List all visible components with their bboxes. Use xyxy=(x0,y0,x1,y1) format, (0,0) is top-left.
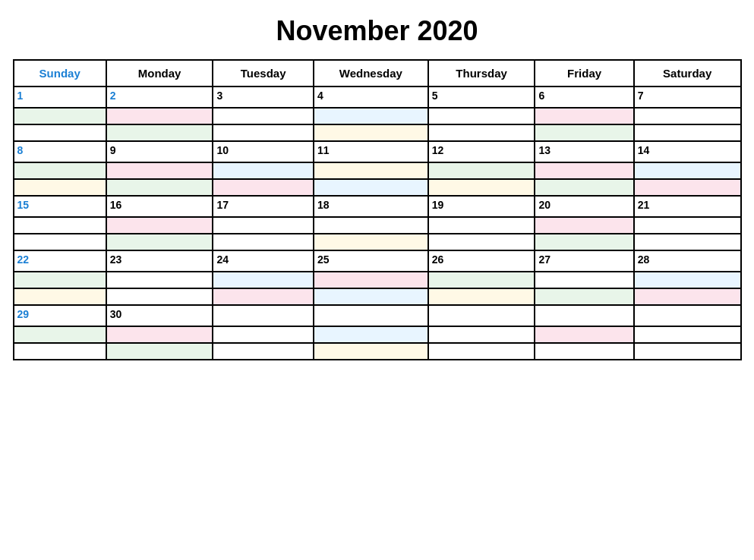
week1-tue-event2 xyxy=(213,124,313,141)
week1-fri-event2 xyxy=(535,124,633,141)
week3-mon-event1 xyxy=(106,217,213,234)
date-nov-7: 7 xyxy=(634,87,741,108)
week3-tue-event1 xyxy=(213,217,313,234)
week1-event-row-1 xyxy=(14,108,741,124)
week2-fri-event1 xyxy=(535,162,633,179)
week5-thu-event1 xyxy=(428,326,535,343)
date-nov-19: 19 xyxy=(428,196,535,217)
week2-sat-event2 xyxy=(634,179,741,196)
date-nov-15: 15 xyxy=(14,196,106,217)
date-nov-24: 24 xyxy=(213,250,313,272)
date-nov-29: 29 xyxy=(14,305,106,326)
week5-sun-event2 xyxy=(14,343,106,360)
calendar-title: November 2020 xyxy=(276,15,478,47)
week3-sat-event1 xyxy=(634,217,741,234)
week4-sat-event1 xyxy=(634,272,741,288)
header-wednesday: Wednesday xyxy=(314,60,428,87)
header-friday: Friday xyxy=(535,60,633,87)
week4-thu-event2 xyxy=(428,288,535,305)
date-nov-20: 20 xyxy=(535,196,633,217)
date-nov-empty3 xyxy=(428,305,535,326)
date-nov-26: 26 xyxy=(428,250,535,272)
week3-fri-event1 xyxy=(535,217,633,234)
date-nov-21: 21 xyxy=(634,196,741,217)
week1-thu-event2 xyxy=(428,124,535,141)
date-nov-16: 16 xyxy=(106,196,213,217)
week3-thu-event1 xyxy=(428,217,535,234)
date-nov-28: 28 xyxy=(634,250,741,272)
week5-sat-event2 xyxy=(634,343,741,360)
week1-thu-event1 xyxy=(428,108,535,124)
date-nov-11: 11 xyxy=(314,141,428,162)
date-nov-empty2 xyxy=(314,305,428,326)
date-nov-14: 14 xyxy=(634,141,741,162)
date-nov-30: 30 xyxy=(106,305,213,326)
date-nov-5: 5 xyxy=(428,87,535,108)
header-monday: Monday xyxy=(106,60,213,87)
week4-mon-event2 xyxy=(106,288,213,305)
week2-thu-event2 xyxy=(428,179,535,196)
week4-thu-event1 xyxy=(428,272,535,288)
week5-tue-event2 xyxy=(213,343,313,360)
date-nov-22: 22 xyxy=(14,250,106,272)
week3-tue-event2 xyxy=(213,234,313,250)
week3-sun-event1 xyxy=(14,217,106,234)
date-nov-25: 25 xyxy=(314,250,428,272)
week5-thu-event2 xyxy=(428,343,535,360)
header-tuesday: Tuesday xyxy=(213,60,313,87)
date-nov-empty4 xyxy=(535,305,633,326)
week1-mon-event1 xyxy=(106,108,213,124)
date-nov-13: 13 xyxy=(535,141,633,162)
week3-wed-event2 xyxy=(314,234,428,250)
week4-event-row-1 xyxy=(14,272,741,288)
week5-event-row-2 xyxy=(14,343,741,360)
week4-sun-event1 xyxy=(14,272,106,288)
week1-wed-event2 xyxy=(314,124,428,141)
week3-event-row-2 xyxy=(14,234,741,250)
week2-mon-event2 xyxy=(106,179,213,196)
week5-event-row-1 xyxy=(14,326,741,343)
week2-tue-event2 xyxy=(213,179,313,196)
week2-event-row-2 xyxy=(14,179,741,196)
week1-sun-event1 xyxy=(14,108,106,124)
week1-mon-event2 xyxy=(106,124,213,141)
week4-event-row-2 xyxy=(14,288,741,305)
date-nov-1: 1 xyxy=(14,87,106,108)
week2-sat-event1 xyxy=(634,162,741,179)
week2-mon-event1 xyxy=(106,162,213,179)
week4-fri-event1 xyxy=(535,272,633,288)
week1-sat-event1 xyxy=(634,108,741,124)
date-nov-empty1 xyxy=(213,305,313,326)
week5-mon-event1 xyxy=(106,326,213,343)
week2-tue-event1 xyxy=(213,162,313,179)
date-nov-12: 12 xyxy=(428,141,535,162)
week3-sun-event2 xyxy=(14,234,106,250)
week5-sat-event1 xyxy=(634,326,741,343)
week4-sun-event2 xyxy=(14,288,106,305)
date-nov-10: 10 xyxy=(213,141,313,162)
week3-fri-event2 xyxy=(535,234,633,250)
week2-wed-event1 xyxy=(314,162,428,179)
week1-date-row: 1 2 3 4 5 6 7 xyxy=(14,87,741,108)
week4-wed-event2 xyxy=(314,288,428,305)
calendar-table: Sunday Monday Tuesday Wednesday Thursday… xyxy=(13,59,742,360)
week1-sat-event2 xyxy=(634,124,741,141)
date-nov-18: 18 xyxy=(314,196,428,217)
week4-date-row: 22 23 24 25 26 27 28 xyxy=(14,250,741,272)
week4-mon-event1 xyxy=(106,272,213,288)
week1-wed-event1 xyxy=(314,108,428,124)
week2-date-row: 8 9 10 11 12 13 14 xyxy=(14,141,741,162)
week1-tue-event1 xyxy=(213,108,313,124)
date-nov-6: 6 xyxy=(535,87,633,108)
header-row: Sunday Monday Tuesday Wednesday Thursday… xyxy=(14,60,741,87)
week5-fri-event2 xyxy=(535,343,633,360)
header-sunday: Sunday xyxy=(14,60,106,87)
date-nov-9: 9 xyxy=(106,141,213,162)
date-nov-8: 8 xyxy=(14,141,106,162)
week3-thu-event2 xyxy=(428,234,535,250)
date-nov-empty5 xyxy=(634,305,741,326)
week5-sun-event1 xyxy=(14,326,106,343)
week5-wed-event1 xyxy=(314,326,428,343)
date-nov-17: 17 xyxy=(213,196,313,217)
week2-wed-event2 xyxy=(314,179,428,196)
